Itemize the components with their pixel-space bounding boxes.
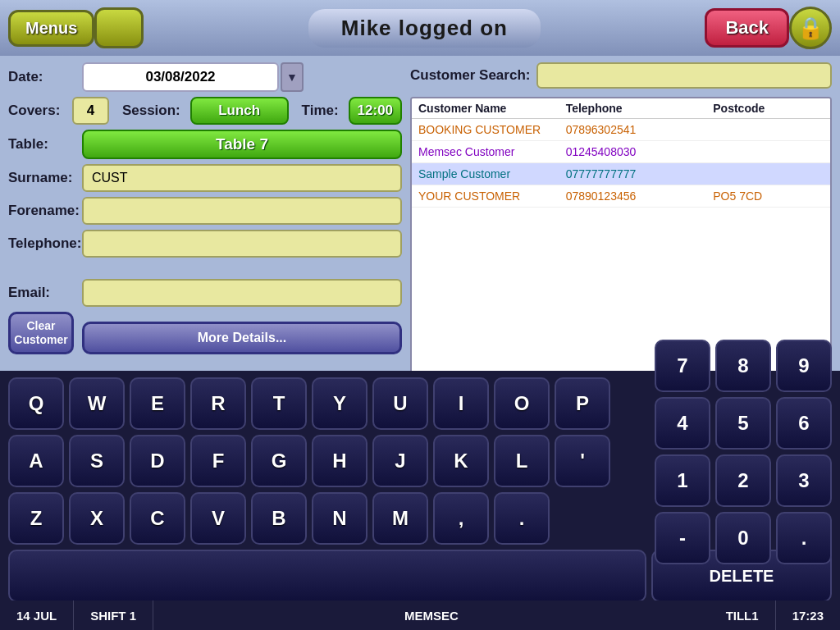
key-j[interactable]: J xyxy=(372,435,428,487)
session-label: Session: xyxy=(122,103,180,119)
back-button[interactable]: Back xyxy=(705,8,789,48)
key-c[interactable]: C xyxy=(130,492,185,545)
spacer xyxy=(8,262,402,279)
key-q[interactable]: Q xyxy=(8,377,64,430)
covers-value: 4 xyxy=(72,97,109,125)
key-i[interactable]: I xyxy=(433,377,489,430)
key-s[interactable]: S xyxy=(69,435,125,487)
numpad-key-9[interactable]: 9 xyxy=(776,340,832,392)
covers-label: Covers: xyxy=(8,103,66,119)
col-header-name: Customer Name xyxy=(418,102,566,115)
telephone-label: Telephone: xyxy=(8,235,82,252)
key-m[interactable]: M xyxy=(372,492,428,545)
time-value: 12:00 xyxy=(349,97,402,125)
key-a[interactable]: A xyxy=(8,435,64,487)
customer-tel-cell: 07896302541 xyxy=(566,123,714,136)
table-row: Table: Table 7 xyxy=(8,130,402,159)
key-k[interactable]: K xyxy=(433,435,489,487)
key-y[interactable]: Y xyxy=(312,377,368,430)
key-l[interactable]: L xyxy=(494,435,550,487)
email-label: Email: xyxy=(8,285,82,301)
numpad-key-2[interactable]: 2 xyxy=(715,454,771,507)
customer-postcode-cell xyxy=(713,167,824,180)
key-r[interactable]: R xyxy=(190,377,246,430)
time-label: Time: xyxy=(302,103,339,119)
customer-tel-cell: 01245408030 xyxy=(566,145,714,158)
key-x[interactable]: X xyxy=(69,492,125,545)
customer-search-input[interactable] xyxy=(536,62,832,89)
lock-button[interactable]: 🔒 xyxy=(789,7,832,49)
key-w[interactable]: W xyxy=(69,377,125,430)
key-v[interactable]: V xyxy=(190,492,246,545)
customer-tel-cell: 07890123456 xyxy=(566,189,714,203)
numpad-key-7[interactable]: 7 xyxy=(655,340,710,392)
bottom-buttons: Clear Customer More Details... xyxy=(8,312,402,354)
email-input[interactable] xyxy=(82,279,402,307)
numpad-key-.[interactable]: . xyxy=(776,512,832,564)
numpad-key-1[interactable]: 1 xyxy=(655,454,710,507)
date-dropdown-button[interactable]: ▼ xyxy=(281,62,304,92)
key-z[interactable]: Z xyxy=(8,492,64,545)
customer-search-label: Customer Search: xyxy=(410,67,530,84)
numpad-key-5[interactable]: 5 xyxy=(715,397,771,450)
numpad-key-8[interactable]: 8 xyxy=(715,340,771,392)
status-date: 14 JUL xyxy=(0,600,74,630)
key-d[interactable]: D xyxy=(130,435,185,487)
forename-label: Forename: xyxy=(8,203,82,219)
status-till: TILL1 xyxy=(710,600,776,630)
status-system: MEMSEC xyxy=(153,600,710,630)
customer-table-row[interactable]: BOOKING CUSTOMER 07896302541 xyxy=(412,119,830,141)
key-e[interactable]: E xyxy=(130,377,185,430)
customer-postcode-cell: PO5 7CD xyxy=(713,189,824,203)
key-x[interactable]: , xyxy=(433,492,489,545)
key-b[interactable]: B xyxy=(251,492,307,545)
surname-input[interactable] xyxy=(82,164,402,192)
key-u[interactable]: U xyxy=(372,377,428,430)
statusbar: 14 JUL SHIFT 1 MEMSEC TILL1 17:23 xyxy=(0,600,840,630)
date-label: Date: xyxy=(8,69,82,85)
session-value: Lunch xyxy=(190,97,289,125)
key-o[interactable]: O xyxy=(494,377,550,430)
numpad-key-6[interactable]: 6 xyxy=(776,397,832,450)
more-details-button[interactable]: More Details... xyxy=(82,322,402,354)
green-square-button[interactable] xyxy=(94,7,144,48)
key-g[interactable]: G xyxy=(251,435,307,487)
key-p[interactable]: P xyxy=(555,377,610,430)
telephone-row: Telephone: xyxy=(8,230,402,258)
forename-row: Forename: xyxy=(8,197,402,225)
key-n[interactable]: N xyxy=(312,492,368,545)
table-value: Table 7 xyxy=(82,130,402,159)
customer-table-row[interactable]: YOUR CUSTOMER 07890123456 PO5 7CD xyxy=(412,185,830,208)
table-label: Table: xyxy=(8,136,82,153)
menus-button[interactable]: Menus xyxy=(8,10,94,47)
customer-tel-cell: 07777777777 xyxy=(566,167,714,180)
key-h[interactable]: H xyxy=(312,435,368,487)
customer-postcode-cell xyxy=(713,145,824,158)
header-title: Mike logged on xyxy=(308,9,541,48)
key-x[interactable]: . xyxy=(494,492,550,545)
header: Menus Mike logged on Back 🔒 xyxy=(0,0,840,56)
key-f[interactable]: F xyxy=(190,435,246,487)
forename-input[interactable] xyxy=(82,197,402,225)
numpad-key-0[interactable]: 0 xyxy=(715,512,771,564)
numpad-key-3[interactable]: 3 xyxy=(776,454,832,507)
key-t[interactable]: T xyxy=(251,377,307,430)
space-key[interactable] xyxy=(8,550,646,602)
col-header-postcode: Postcode xyxy=(713,102,824,115)
customer-table-header: Customer Name Telephone Postcode xyxy=(412,98,830,119)
numpad-key-4[interactable]: 4 xyxy=(655,397,710,450)
date-input[interactable] xyxy=(82,62,279,92)
col-header-telephone: Telephone xyxy=(566,102,714,115)
status-time: 17:23 xyxy=(776,600,840,630)
date-row: Date: ▼ xyxy=(8,62,402,92)
customer-table-row[interactable]: Memsec Customer 01245408030 xyxy=(412,141,830,163)
key-x[interactable]: ' xyxy=(555,435,610,487)
telephone-input[interactable] xyxy=(82,230,402,258)
customer-postcode-cell xyxy=(713,123,824,136)
numpad: 789456123-0. xyxy=(655,340,832,564)
customer-table-row[interactable]: Sample Customer 07777777777 xyxy=(412,163,830,185)
clear-customer-button[interactable]: Clear Customer xyxy=(8,312,74,354)
covers-session-row: Covers: 4 Session: Lunch Time: 12:00 xyxy=(8,97,402,125)
numpad-key--[interactable]: - xyxy=(655,512,710,564)
header-title-container: Mike logged on xyxy=(144,9,705,48)
